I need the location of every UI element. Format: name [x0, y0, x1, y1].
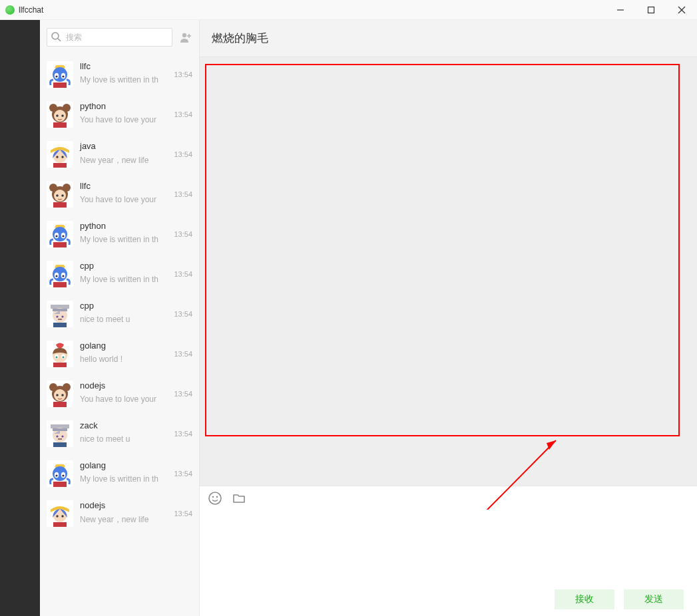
chat-item[interactable]: golanghello world !13:54	[40, 334, 199, 374]
chat-item[interactable]: nodejsYou have to love your13:54	[40, 374, 199, 414]
chat-item[interactable]: nodejsNew year，new life13:54	[40, 494, 199, 534]
svg-point-40	[182, 33, 186, 37]
main-panel: 燃烧的胸毛 下一节实现气泡聊天对话框 接收	[200, 20, 697, 616]
annotation-box	[205, 64, 680, 436]
chat-preview: My love is written in th	[80, 75, 167, 84]
chat-name: python	[80, 221, 167, 231]
avatar	[47, 500, 73, 527]
chat-preview: My love is written in th	[80, 235, 167, 244]
chat-name: golang	[80, 341, 167, 351]
avatar	[47, 341, 73, 367]
chat-name: zack	[80, 420, 167, 430]
chat-item[interactable]: zacknice to meet u13:54	[40, 414, 199, 454]
chat-name: golang	[80, 460, 167, 470]
input-toolbar	[200, 486, 697, 510]
svg-point-38	[52, 33, 59, 39]
svg-line-39	[58, 39, 61, 41]
search-icon	[51, 31, 61, 42]
chat-preview: New year，new life	[80, 514, 167, 526]
chat-time: 13:54	[174, 500, 192, 518]
minimize-button[interactable]	[605, 0, 636, 20]
chat-name: python	[80, 101, 167, 111]
chat-item[interactable]: cppMy love is written in th13:54	[40, 254, 199, 294]
chat-item[interactable]: cppnice to meet u13:54	[40, 294, 199, 334]
chat-time: 13:54	[174, 341, 192, 358]
chat-preview: My love is written in th	[80, 275, 167, 284]
title-bar: llfcchat	[0, 0, 697, 20]
chat-preview: New year，new life	[80, 155, 167, 166]
chat-time: 13:54	[174, 61, 192, 78]
receive-button[interactable]: 接收	[555, 589, 614, 609]
add-contact-icon[interactable]	[179, 31, 192, 44]
svg-point-45	[209, 492, 221, 504]
folder-icon[interactable]	[232, 491, 246, 506]
avatar	[47, 141, 73, 168]
chat-time: 13:54	[174, 181, 192, 198]
chat-name: cpp	[80, 301, 167, 311]
chat-item[interactable]: pythonMy love is written in th13:54	[40, 214, 199, 254]
chat-item[interactable]: javaNew year，new life13:54	[40, 134, 199, 174]
chat-time: 13:54	[174, 301, 192, 318]
send-button[interactable]: 发送	[624, 589, 684, 609]
app-icon	[5, 5, 15, 15]
avatar	[47, 261, 73, 287]
avatar	[47, 221, 73, 247]
sidebar: llfcMy love is written in th13:54pythonY…	[40, 20, 200, 616]
chat-list[interactable]: llfcMy love is written in th13:54pythonY…	[40, 55, 199, 616]
svg-marker-44	[547, 440, 556, 450]
chat-preview: You have to love your	[80, 115, 167, 124]
chat-preview: hello world !	[80, 355, 167, 364]
chat-name: nodejs	[80, 381, 167, 390]
chat-preview: nice to meet u	[80, 315, 167, 324]
chat-preview: nice to meet u	[80, 434, 167, 444]
chat-item[interactable]: llfcMy love is written in th13:54	[40, 55, 199, 94]
avatar	[47, 420, 73, 447]
avatar	[47, 61, 73, 88]
chat-time: 13:54	[174, 101, 192, 118]
nav-rail	[0, 20, 40, 616]
avatar	[47, 381, 73, 407]
chat-name: cpp	[80, 261, 167, 271]
message-area[interactable]: 下一节实现气泡聊天对话框	[200, 57, 697, 486]
chat-name: llfc	[80, 181, 167, 191]
chat-item[interactable]: llfcYou have to love your13:54	[40, 174, 199, 214]
chat-name: llfc	[80, 61, 167, 71]
svg-point-46	[212, 496, 214, 497]
svg-rect-35	[648, 7, 654, 13]
chat-preview: You have to love your	[80, 195, 167, 204]
chat-header: 燃烧的胸毛	[200, 20, 697, 57]
chat-time: 13:54	[174, 261, 192, 278]
chat-item[interactable]: pythonYou have to love your13:54	[40, 94, 199, 134]
svg-point-47	[216, 496, 218, 497]
close-button[interactable]	[666, 0, 697, 20]
avatar	[47, 181, 73, 208]
chat-item[interactable]: golangMy love is written in th13:54	[40, 454, 199, 494]
window-title: llfcchat	[19, 5, 43, 15]
chat-time: 13:54	[174, 221, 192, 238]
search-input[interactable]	[47, 28, 172, 47]
chat-preview: My love is written in th	[80, 474, 167, 484]
emoji-icon[interactable]	[208, 491, 222, 506]
maximize-button[interactable]	[636, 0, 666, 20]
chat-title: 燃烧的胸毛	[212, 31, 268, 46]
chat-time: 13:54	[174, 460, 192, 478]
chat-preview: You have to love your	[80, 394, 167, 404]
input-area: 接收 发送	[200, 510, 697, 616]
chat-time: 13:54	[174, 381, 192, 398]
chat-time: 13:54	[174, 420, 192, 438]
avatar	[47, 301, 73, 327]
chat-time: 13:54	[174, 141, 192, 158]
avatar	[47, 460, 73, 487]
chat-name: nodejs	[80, 500, 167, 510]
avatar	[47, 101, 73, 128]
chat-name: java	[80, 141, 167, 151]
